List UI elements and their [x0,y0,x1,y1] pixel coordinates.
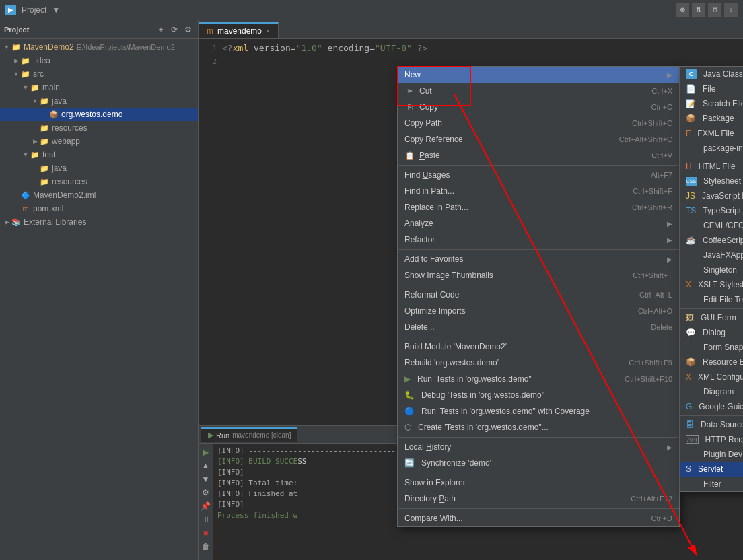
app-icon: ▶ [5,5,16,15]
tree-item-pom[interactable]: m pom.xml [0,202,198,215]
ctx-item-paste[interactable]: 📋 Paste Ctrl+V [398,147,679,164]
sub-item-edittempl[interactable]: Edit File Templates... [680,292,743,307]
sidebar-refresh-btn[interactable]: ⟳ [168,24,180,36]
ctx-item-rebuild[interactable]: Rebuild 'org.westos.demo' Ctrl+Shift+F9 [398,355,679,371]
submenu-arrow: ▶ [667,71,672,79]
ctx-item-copyref[interactable]: Copy Reference Ctrl+Alt+Shift+C [398,131,679,147]
ctx-item-cut[interactable]: ✂ Cut Ctrl+X [398,83,679,99]
ctx-item-buildmod[interactable]: Build Module 'MavenDemo2' [398,339,679,355]
js-icon: JS [686,191,695,201]
sub-item-htmlfile[interactable]: H HTML File [680,159,743,174]
ctx-item-runtests[interactable]: ▶ Run 'Tests in 'org.westos.demo'' Ctrl+… [398,371,679,387]
sub-item-javafx[interactable]: JavaFXApplication [680,248,743,262]
expand-btn[interactable]: ↕ [724,3,738,17]
file-icon: 📄 [686,84,696,94]
tree-item-test[interactable]: ▼ 📁 test [0,148,198,162]
ctx-item-delete[interactable]: Delete... Delete [398,319,679,335]
ctx-item-optimizeimp[interactable]: Optimize Imports Ctrl+Alt+O [398,303,679,319]
sub-item-diagram[interactable]: Diagram ▶ [680,384,743,399]
dialog-icon: 💬 [686,328,696,337]
ctx-item-localhistory[interactable]: Local History ▶ [398,439,679,455]
sidebar-add-btn[interactable]: + [155,24,167,36]
tree-item-mavdemo2[interactable]: ▼ 📁 MavenDemo2 E:\IdeaProjects\MavenDemo… [0,40,198,54]
copy-shortcut: Ctrl+C [651,103,672,111]
ctx-label-copyref: Copy Reference [404,135,463,144]
settings-btn[interactable]: ⚙ [708,3,721,17]
tree-item-org-pkg[interactable]: 📦 org.westos.demo [0,108,198,121]
ctx-item-reformat[interactable]: Reformat Code Ctrl+Alt+L [398,287,679,303]
sub-item-xslt[interactable]: X XSLT Stylesheet [680,277,743,292]
paste-icon: 📋 [404,150,415,161]
sidebar-settings-btn[interactable]: ⚙ [182,24,194,36]
sub-item-cfmcfc[interactable]: CFML/CFC file [680,218,743,233]
sub-item-file[interactable]: 📄 File [680,81,743,96]
optimizeimp-shortcut: Ctrl+Alt+O [638,307,672,315]
ctx-item-dirpath[interactable]: Directory Path Ctrl+Alt+F12 [398,491,679,507]
sub-item-tsfile[interactable]: TS TypeScript File [680,203,743,218]
context-menu: New ▶ ✂ Cut Ctrl+X ⎘ Copy Ctrl+C Cop [397,66,680,527]
tree-item-main[interactable]: ▼ 📁 main [0,81,198,94]
ctx-item-comparewith[interactable]: Compare With... Ctrl+D [398,510,679,526]
coffee-icon: ☕ [686,236,696,245]
sub-item-fxmlfile[interactable]: F FXML File [680,126,743,141]
tree-item-extlibs[interactable]: ▶ 📚 External Libraries [0,215,198,229]
ctx-item-copy[interactable]: ⎘ Copy Ctrl+C [398,99,679,115]
content-area: m mavendemo × 1 <?xml version="1.0" enco… [199,20,743,560]
sub-item-stylesheet[interactable]: CSS Stylesheet [680,174,743,188]
sub-item-httprequest[interactable]: API HTTP Request [680,432,743,447]
tree-item-src[interactable]: ▼ 📁 src [0,67,198,81]
sync-btn[interactable]: ⇅ [692,3,705,17]
ctx-label-paste: Paste [419,151,440,160]
tree-item-webapp[interactable]: ▶ 📁 webapp [0,135,198,148]
sub-item-filter[interactable]: Filter [680,477,743,491]
ctx-item-findinpath[interactable]: Find in Path... Ctrl+Shift+F [398,183,679,199]
sub-item-javaclass[interactable]: C Java Class [680,67,743,81]
ctx-label-buildmod: Build Module 'MavenDemo2' [404,342,507,351]
ctx-item-runcoverage[interactable]: 🔵 Run 'Tests in 'org.westos.demo'' with … [398,403,679,419]
ctx-item-copypath[interactable]: Copy Path Ctrl+Shift+C [398,115,679,131]
sub-item-coffeescript[interactable]: ☕ CoffeeScript File [680,233,743,248]
context-menu-overlay[interactable]: New ▶ ✂ Cut Ctrl+X ⎘ Copy Ctrl+C Cop [199,20,743,560]
ctx-item-addtofav[interactable]: Add to Favorites ▶ [398,251,679,267]
ctx-label-replaceinpath: Replace in Path... [404,203,468,212]
sub-label-dialog: Dialog [703,328,726,337]
add-module-btn[interactable]: ⊕ [676,3,689,17]
ctx-item-replaceinpath[interactable]: Replace in Path... Ctrl+Shift+R [398,199,679,215]
debug-icon: 🐛 [404,390,415,400]
findinpath-shortcut: Ctrl+Shift+F [633,187,672,195]
ctx-item-findusages[interactable]: Find Usages Alt+F7 [398,167,679,183]
sub-item-scratchfile[interactable]: 📝 Scratch File Ctrl+Alt+Shift+Insert [680,96,743,111]
sub-label-htmlfile: HTML File [699,162,736,171]
sub-item-guiform[interactable]: 🖼 GUI Form [680,310,743,325]
ctx-item-new[interactable]: New ▶ [398,67,679,83]
tree-item-test-java[interactable]: 📁 java [0,162,198,175]
ctx-item-sync[interactable]: 🔄 Synchronize 'demo' [398,455,679,471]
sub-item-resourcebundle[interactable]: 📦 Resource Bundle [680,355,743,370]
sub-item-formsnapshot[interactable]: Form Snapshot [680,340,743,355]
tree-item-test-resources[interactable]: 📁 resources [0,175,198,188]
fxml-icon: F [686,129,691,138]
sub-item-package[interactable]: 📦 Package [680,111,743,126]
sub-item-googleguice[interactable]: G Google Guice ▶ [680,399,743,414]
ctx-item-createtests[interactable]: ⬡ Create 'Tests in 'org.westos.demo''... [398,419,679,435]
css-icon: CSS [686,177,697,186]
sub-item-jsfile[interactable]: JS JavaScript File [680,188,743,203]
tree-item-java[interactable]: ▼ 📁 java [0,94,198,108]
sub-item-pkginfo[interactable]: package-info.java [680,141,743,155]
folder-icon: 📁 [39,176,50,187]
sub-item-singleton[interactable]: Singleton [680,262,743,277]
sub-item-datasource[interactable]: 🗄 Data Source [680,417,743,432]
tree-item-idea[interactable]: ▶ 📁 .idea [0,54,198,67]
sub-item-servlet[interactable]: S Servlet [680,462,743,477]
sub-item-dialog[interactable]: 💬 Dialog [680,325,743,340]
ctx-item-debugtests[interactable]: 🐛 Debug 'Tests in 'org.westos.demo'' [398,387,679,403]
tree-item-iml[interactable]: 🔷 MavenDemo2.iml [0,188,198,202]
sub-item-plugindevkit[interactable]: Plugin DevKit ▶ [680,447,743,462]
ctx-item-showinexplorer[interactable]: Show in Explorer [398,475,679,491]
ctx-item-showimgthumb[interactable]: Show Image Thumbnails Ctrl+Shift+T [398,267,679,283]
tree-item-resources[interactable]: 📁 resources [0,121,198,135]
ctx-sep-2 [398,249,679,250]
ctx-item-analyze[interactable]: Analyze ▶ [398,215,679,232]
ctx-item-refactor[interactable]: Refactor ▶ [398,232,679,248]
sub-item-xmlconfig[interactable]: X XML Configuration File ▶ [680,370,743,384]
